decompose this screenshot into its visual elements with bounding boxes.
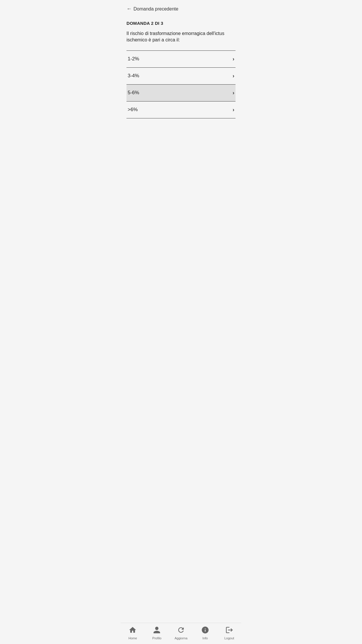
back-label: Domanda precedente [133, 6, 178, 12]
option-label-2: 3-4% [128, 73, 139, 79]
option-label-3: 5-6% [128, 90, 139, 96]
chevron-right-icon: › [233, 73, 234, 79]
main-content: ← Domanda precedente DOMANDA 2 DI 3 Il r… [121, 0, 241, 215]
question-number: DOMANDA 2 DI 3 [126, 21, 236, 26]
chevron-right-icon: › [233, 56, 234, 62]
option-label-1: 1-2% [128, 56, 139, 62]
back-arrow-icon: ← [126, 6, 132, 12]
option-item-1[interactable]: 1-2%› [126, 50, 236, 68]
back-link[interactable]: ← Domanda precedente [126, 6, 236, 12]
option-item-4[interactable]: >6%› [126, 102, 236, 118]
option-item-3[interactable]: 5-6%› [126, 85, 236, 102]
chevron-right-icon: › [233, 90, 234, 96]
option-label-4: >6% [128, 107, 138, 113]
chevron-right-icon: › [233, 107, 234, 113]
option-item-2[interactable]: 3-4%› [126, 68, 236, 85]
options-list: 1-2%›3-4%›5-6%›>6%› [126, 50, 236, 118]
question-text: Il rischio di trasformazione emorragica … [126, 30, 236, 43]
